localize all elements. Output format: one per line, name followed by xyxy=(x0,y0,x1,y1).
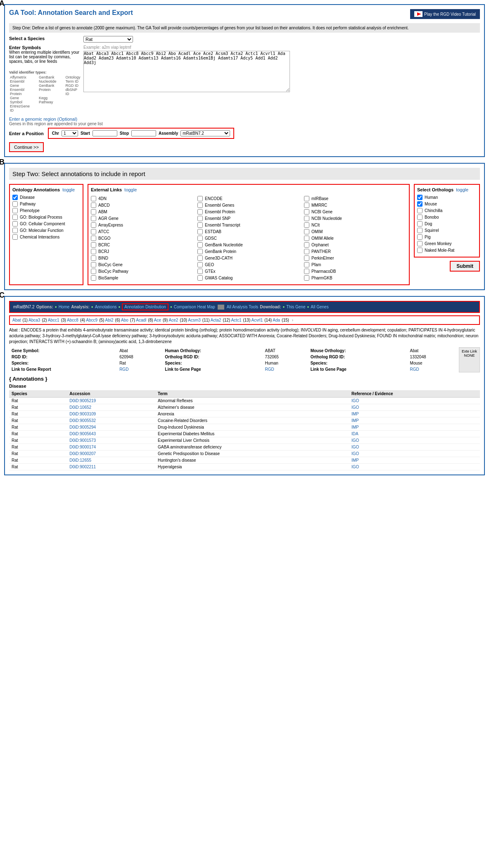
accession-link[interactable]: D0iD:9005532 xyxy=(69,418,96,423)
ext-link-checkbox[interactable] xyxy=(91,209,96,215)
stop-input[interactable] xyxy=(131,130,156,136)
gene-link[interactable]: Abi2 xyxy=(105,318,114,322)
ref-link[interactable]: IDA xyxy=(351,432,358,436)
accession-link[interactable]: D0iD:9002211 xyxy=(69,465,96,469)
ref-link[interactable]: IGO xyxy=(351,398,359,403)
accession-link[interactable]: D0iD:9003109 xyxy=(69,412,96,416)
ext-link-checkbox[interactable] xyxy=(304,249,309,254)
ontology-checkbox[interactable] xyxy=(12,195,18,200)
symbols-textarea[interactable]: Abat Abca3 Abcc1 Abcc8 Abcc9 Abi2 Abo Ac… xyxy=(83,51,290,92)
ext-link-checkbox[interactable] xyxy=(91,203,96,208)
ext-link-checkbox[interactable] xyxy=(197,269,203,274)
ontology-checkbox[interactable] xyxy=(12,221,18,227)
ontology-toggle[interactable]: toggle xyxy=(62,187,75,192)
ortholog-checkbox[interactable] xyxy=(417,228,423,233)
ref-link[interactable]: IMP xyxy=(351,458,359,463)
species-select[interactable]: Rat Mouse Human xyxy=(83,36,133,43)
gene-link[interactable]: Ada xyxy=(273,318,280,322)
ext-link-checkbox[interactable] xyxy=(304,216,309,221)
accession-link[interactable]: D0iD:9005643 xyxy=(69,432,96,436)
link-gene-report-val[interactable]: RGD xyxy=(119,367,128,372)
start-input[interactable] xyxy=(93,130,117,136)
nav-all-genes-link[interactable]: All Genes xyxy=(311,305,328,309)
ext-link-checkbox[interactable] xyxy=(304,203,309,208)
ext-link-checkbox[interactable] xyxy=(91,269,96,274)
orthologs-toggle[interactable]: toggle xyxy=(456,187,468,192)
nav-annot-dist-link[interactable]: Annotation Distribution xyxy=(124,305,166,309)
ext-link-checkbox[interactable] xyxy=(304,229,309,234)
gene-link[interactable]: Abca3 xyxy=(28,318,40,322)
continue-button[interactable]: Continue >> xyxy=(9,142,44,152)
gene-link[interactable]: Abcc9 xyxy=(86,318,97,322)
ext-link-checkbox[interactable] xyxy=(197,216,203,221)
ext-link-checkbox[interactable] xyxy=(197,262,203,267)
gene-link[interactable]: Actc1 xyxy=(231,318,241,322)
ontology-checkbox[interactable] xyxy=(12,208,18,213)
gene-link[interactable]: Acta2 xyxy=(211,318,221,322)
ext-link-checkbox[interactable] xyxy=(91,196,96,201)
ext-link-checkbox[interactable] xyxy=(197,209,203,215)
ortholog-checkbox[interactable] xyxy=(417,215,423,220)
accession-link[interactable]: D0iD:9005294 xyxy=(69,425,96,429)
submit-button[interactable]: Submit xyxy=(450,261,480,272)
ext-link-checkbox[interactable] xyxy=(91,236,96,241)
accession-link[interactable]: D0iD:9005219 xyxy=(69,398,96,403)
ontology-checkbox[interactable] xyxy=(12,201,18,207)
ext-link-checkbox[interactable] xyxy=(91,229,96,234)
gene-link[interactable]: Abat xyxy=(12,318,21,322)
ext-link-checkbox[interactable] xyxy=(197,249,203,254)
accession-link[interactable]: D0iD:9000207 xyxy=(69,451,96,456)
ext-link-checkbox[interactable] xyxy=(304,242,309,248)
nav-all-analysis-link[interactable]: All Analysis Tools xyxy=(227,305,259,309)
ext-link-checkbox[interactable] xyxy=(197,275,203,281)
ref-link[interactable]: IGO xyxy=(351,445,359,449)
gene-link[interactable]: Acsm3 xyxy=(188,318,201,322)
ext-link-checkbox[interactable] xyxy=(197,203,203,208)
nav-annotations-link[interactable]: Annotations xyxy=(95,305,117,309)
ext-link-checkbox[interactable] xyxy=(197,222,203,228)
ortholog-checkbox[interactable] xyxy=(417,201,423,207)
ext-link-checkbox[interactable] xyxy=(304,269,309,274)
ext-link-checkbox[interactable] xyxy=(304,196,309,201)
ortholog-checkbox[interactable] xyxy=(417,234,423,240)
ontology-checkbox[interactable] xyxy=(12,228,18,233)
ext-link-checkbox[interactable] xyxy=(304,209,309,215)
accession-link[interactable]: D0iD:12655 xyxy=(69,458,91,463)
ext-link-checkbox[interactable] xyxy=(91,242,96,248)
gene-link[interactable]: Abcc1 xyxy=(48,318,59,322)
human-link-val[interactable]: RGD xyxy=(265,367,274,372)
ortholog-checkbox[interactable] xyxy=(417,195,423,200)
ref-link[interactable]: IGO xyxy=(351,451,359,456)
mouse-link-val[interactable]: RGD xyxy=(410,367,419,372)
gene-link[interactable]: Ace xyxy=(154,318,161,322)
gene-link[interactable]: Abo xyxy=(121,318,128,322)
ref-link[interactable]: IMP xyxy=(351,418,359,423)
ref-link[interactable]: IMP xyxy=(351,425,359,429)
ref-link[interactable]: IGO xyxy=(351,438,359,443)
ext-link-checkbox[interactable] xyxy=(91,262,96,267)
ext-link-checkbox[interactable] xyxy=(197,196,203,201)
ortholog-checkbox[interactable] xyxy=(417,241,423,246)
gene-link[interactable]: Abcc8 xyxy=(67,318,78,322)
accession-link[interactable]: D0iD:10652 xyxy=(69,405,91,410)
chr-select[interactable]: 123 xyxy=(62,130,78,136)
ontology-checkbox[interactable] xyxy=(12,234,18,240)
ext-link-checkbox[interactable] xyxy=(304,275,309,281)
ortholog-checkbox[interactable] xyxy=(417,248,423,253)
ontology-checkbox[interactable] xyxy=(12,215,18,220)
ext-link-checkbox[interactable] xyxy=(197,236,203,241)
ref-link[interactable]: IMP xyxy=(351,412,359,416)
ext-link-checkbox[interactable] xyxy=(197,229,203,234)
ext-link-checkbox[interactable] xyxy=(304,236,309,241)
nav-home-link[interactable]: Home xyxy=(59,305,70,309)
gene-link[interactable]: Acadl xyxy=(136,318,146,322)
nav-heatmap-link[interactable]: Comparison Heat Map xyxy=(174,305,215,309)
ext-link-checkbox[interactable] xyxy=(91,222,96,228)
ext-link-checkbox[interactable] xyxy=(91,255,96,261)
ortholog-checkbox[interactable] xyxy=(417,221,423,227)
gene-link[interactable]: Acvrl1 xyxy=(251,318,263,322)
ortholog-checkbox[interactable] xyxy=(417,208,423,213)
ext-link-checkbox[interactable] xyxy=(91,275,96,281)
ref-link[interactable]: IGO xyxy=(351,465,359,469)
ext-link-checkbox[interactable] xyxy=(91,216,96,221)
